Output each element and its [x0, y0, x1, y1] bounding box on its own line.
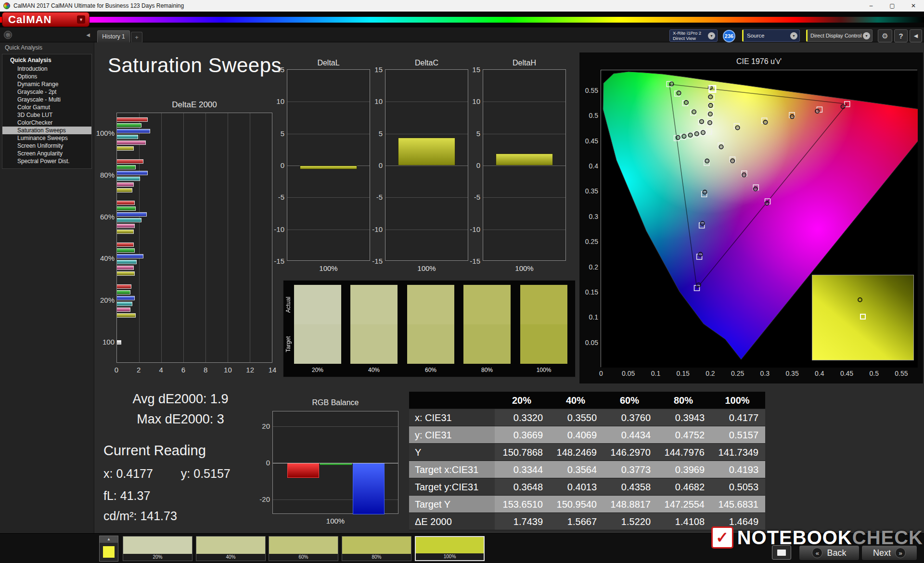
actual-swatch	[407, 285, 454, 324]
swatch-label: 60%	[407, 367, 454, 373]
sidebar-item-luminance-sweeps[interactable]: Luminance Sweeps	[2, 134, 91, 142]
sidebar-item-introduction[interactable]: Introduction	[2, 65, 91, 73]
sidebar-item-colorchecker[interactable]: ColorChecker	[2, 119, 91, 127]
axis-tick-label: 5	[368, 129, 383, 138]
deltae-bar-green	[117, 290, 130, 294]
display-control-dropdown[interactable]: Direct Display Control ▼	[806, 29, 873, 42]
source-dropdown[interactable]: Source ▼	[742, 29, 800, 42]
table-cell: 0.3550	[549, 409, 603, 426]
table-cell: 1.5667	[549, 513, 603, 530]
axis-tick-label: 0.5	[863, 370, 885, 377]
sidebar-item-screen-angularity[interactable]: Screen Angularity	[2, 150, 91, 157]
axis-tick-label: 12	[244, 366, 256, 374]
chevron-down-icon[interactable]: ▼	[708, 32, 715, 39]
maximize-button[interactable]: ▢	[882, 0, 903, 12]
deltae-bar-blue	[117, 171, 148, 175]
actual-swatch	[463, 285, 511, 324]
deltae-bar-cyan	[117, 218, 141, 222]
cie-measured-green	[684, 101, 688, 104]
pattern-swatch-60[interactable]: 60%	[269, 536, 338, 561]
axis-tick-label: 0.4	[809, 370, 830, 377]
table-cell: 0.4358	[603, 478, 656, 495]
logo-dropdown-icon[interactable]: ▼	[77, 15, 85, 24]
tab-history-1[interactable]: History 1	[97, 30, 130, 42]
eject-icon[interactable]: ▲	[100, 536, 118, 543]
minimize-button[interactable]: –	[860, 0, 882, 12]
cie-measured-magenta	[754, 187, 757, 191]
collapse-panel-icon[interactable]: ◀	[910, 29, 922, 42]
sidebar-item-3d-cube-lut[interactable]: 3D Cube LUT	[2, 111, 91, 119]
sidebar-item-saturation-sweeps[interactable]: Saturation Sweeps	[2, 127, 91, 134]
help-icon[interactable]: ?	[894, 29, 908, 42]
pattern-swatch-20[interactable]: 20%	[123, 536, 192, 561]
sidebar-item-spectral-power-dist[interactable]: Spectral Power Dist.	[2, 157, 91, 165]
watermark-text-notebook: NOTEBOOK	[737, 527, 852, 549]
axis-tick-label: 20	[256, 422, 270, 430]
table-cell: 0.4193	[710, 461, 764, 478]
table-row-target-y-cie31: Target y:CIE310.36480.40130.43580.46820.…	[409, 478, 765, 496]
axis-tick-label: 0	[111, 366, 122, 374]
pattern-swatch-40[interactable]: 40%	[196, 536, 266, 561]
deltae2000-x-axis: 02468101214	[116, 366, 272, 375]
gridline	[483, 166, 565, 166]
current-pattern-box[interactable]: ▲	[99, 536, 118, 562]
max-de2000: Max dE2000: 3	[116, 412, 245, 427]
table-row-x-cie31: x: CIE310.33200.35500.37600.39430.4177	[409, 409, 765, 426]
axis-tick-label: 100%	[95, 129, 115, 137]
deltae2000-chart: DeltaE 2000 02468101214 100%80%60%40%20%…	[95, 100, 278, 379]
actual-swatch	[294, 285, 341, 324]
deltae-bar-red	[117, 117, 148, 122]
close-button[interactable]: ✕	[903, 0, 924, 12]
pattern-color	[123, 537, 192, 554]
calman-logo[interactable]: CalMAN ▼	[2, 12, 90, 27]
sidebar-item-options[interactable]: Options	[2, 73, 91, 80]
chart-title: RGB Balance	[272, 398, 398, 407]
cie-measured-yellow	[708, 121, 712, 125]
back-arrow-icon: «	[812, 548, 822, 558]
deltae-bar-green	[117, 206, 136, 211]
gridline	[205, 113, 206, 362]
tree-root-quick-analysis[interactable]: Quick Analysis	[2, 56, 91, 65]
pattern-swatch-100[interactable]: 100%	[415, 536, 485, 561]
table-header-row: 20%40%60%80%100%	[409, 392, 765, 409]
logo-text: CalMAN	[2, 13, 51, 26]
axis-tick-label: 0.05	[618, 370, 639, 377]
table-row-label: Y	[409, 444, 495, 461]
gridline	[483, 102, 565, 102]
target-swatch	[407, 324, 454, 364]
axis-tick-label: 60%	[95, 213, 115, 221]
gridline	[228, 113, 228, 362]
gear-icon[interactable]: ⚙	[878, 29, 892, 42]
deltae-bar-red	[117, 201, 135, 205]
table-row-target-x-cie31: Target x:CIE310.33440.35640.37730.39690.…	[409, 461, 765, 478]
sidebar-collapse-icon[interactable]: ◀	[84, 31, 92, 39]
nav-bullet-icon[interactable]: ⦿	[4, 31, 12, 39]
cie-measured-blue	[701, 221, 705, 225]
pattern-swatch-80[interactable]: 80%	[342, 536, 411, 561]
pattern-label: 100%	[416, 553, 484, 560]
sidebar-item-grayscale-multi[interactable]: Grayscale - Multi	[2, 96, 91, 103]
sidebar-item-dynamic-range[interactable]: Dynamic Range	[2, 80, 91, 88]
table-cell: 0.4752	[656, 426, 710, 443]
axis-tick-label: 10	[368, 97, 383, 105]
sidebar: Quick Analysis Quick Analysis Introducti…	[0, 42, 94, 533]
add-tab-button[interactable]: +	[131, 32, 142, 42]
meter-name: X-Rite i1Pro 2	[673, 30, 701, 36]
sidebar-item-screen-uniformity[interactable]: Screen Uniformity	[2, 142, 91, 150]
sidebar-item-grayscale-2pt[interactable]: Grayscale - 2pt	[2, 88, 91, 96]
meter-count-badge[interactable]: 236	[723, 30, 735, 42]
chevron-down-icon[interactable]: ▼	[790, 32, 797, 39]
gridline	[139, 113, 140, 362]
table-cell: 0.5157	[710, 426, 764, 443]
axis-tick-label: 0.45	[581, 137, 598, 145]
next-arrow-icon: »	[895, 548, 906, 558]
cie-measured-yellow	[708, 103, 712, 107]
meter-dropdown[interactable]: X-Rite i1Pro 2 Direct View ▼	[669, 29, 718, 42]
cie-measured-magenta	[731, 159, 734, 163]
rgb-bar-red	[287, 463, 319, 478]
axis-tick-label: 20%	[95, 296, 115, 304]
sidebar-item-color-gamut[interactable]: Color Gamut	[2, 103, 91, 111]
table-column-header: 40%	[549, 392, 603, 409]
gridline	[385, 230, 468, 230]
chevron-down-icon[interactable]: ▼	[863, 32, 870, 39]
